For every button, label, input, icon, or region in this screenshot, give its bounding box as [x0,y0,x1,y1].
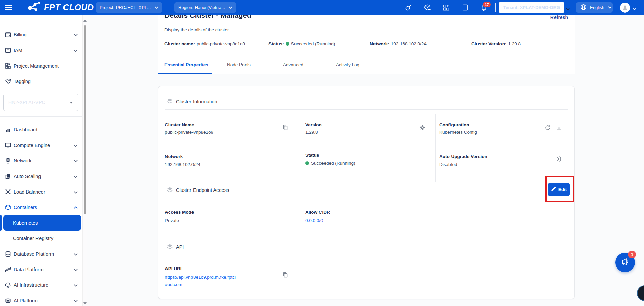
summary-network: Network:192.168.102.0/24 [370,41,427,46]
project-grid-icon [5,62,11,69]
main-content: Details Cluster - Managed Refresh Displa… [87,15,644,306]
field-value-version: 1.29.8 [305,130,318,135]
edit-endpoint-button[interactable]: Edit [548,183,570,196]
chevron-down-icon [155,6,158,9]
bar-chart-icon [5,126,11,133]
field-label-allow-cidr: Allow CIDR [305,210,330,215]
section-title-cluster-information: Cluster Information [176,99,217,104]
sidebar-item-compute-engine[interactable]: Compute Engine [0,137,82,153]
gear-icon[interactable] [419,124,426,131]
column-divider [299,148,299,182]
column-divider [299,114,299,148]
chevron-down-icon [69,99,73,105]
sidebar-item-auto-scaling[interactable]: Auto Scaling [0,169,82,184]
megaphone-icon [620,257,630,268]
notification-count-badge: 17 [483,2,491,7]
scroll-down-arrow[interactable] [83,302,87,305]
sidebar-item-network[interactable]: Network [0,153,82,169]
region-selector-dropdown[interactable]: Region: Hanoi (Vietna... [174,2,236,13]
vpc-selector-dropdown[interactable]: HN2-XPLAT-VPC [3,94,78,111]
wallet-icon [5,31,11,38]
tab-essential-properties[interactable]: Essential Properties [164,62,208,67]
refresh-config-icon[interactable] [544,124,551,131]
language-selector-dropdown[interactable]: English [576,2,613,13]
app-screen: FPT CLOUD Project: PROJECT_XPL... Region… [0,0,644,306]
container-cube-icon [5,204,11,211]
pencil-icon [551,187,556,193]
field-label-access-mode: Access Mode [165,210,194,215]
database-icon [5,251,11,257]
tenant-selector-dropdown[interactable]: Tenant: XPLAT-DEMO-ORG [499,2,564,13]
copy-icon[interactable] [282,272,289,278]
chevron-down-icon [74,251,78,257]
sidebar-item-tagging[interactable]: Tagging [0,74,82,89]
chevron-down-icon[interactable] [633,6,636,12]
field-label-auto-upgrade: Auto Upgrade Version [439,154,487,159]
sidebar-item-containers[interactable]: Containers [0,200,82,215]
status-dot-green [305,161,309,165]
field-label-cluster-name: Cluster Name [165,122,194,127]
refresh-button[interactable]: Refresh [550,15,568,20]
sidebar-item-load-balancer[interactable]: Load Balancer [0,184,82,200]
user-avatar[interactable] [620,3,630,13]
ai-chip-icon [5,297,11,304]
sidebar-scrollbar[interactable] [82,15,87,306]
gear-icon[interactable] [556,156,563,162]
page-header: Details Cluster - Managed Refresh Displa… [158,15,575,74]
chevron-down-icon [74,298,78,304]
field-label-status: Status [305,153,319,158]
sidebar-divider [0,116,82,117]
sidebar-subitem-container-registry[interactable]: Container Registry [3,231,81,246]
section-title-endpoint-access: Cluster Endpoint Access [176,187,229,193]
sidebar-item-ai-infrastructure[interactable]: AI Infrastructure [0,277,82,293]
sidebar-item-data-platform[interactable]: Data Platform [0,262,82,277]
sidebar-item-iam[interactable]: IAM [0,43,82,58]
sidebar-item-project-management[interactable]: Project Management [0,58,82,74]
nodes-network-icon [5,188,11,195]
sidebar-item-billing[interactable]: Billing [0,27,82,43]
field-value-auto-upgrade: Disabled [439,162,457,167]
sidebar-item-dashboard[interactable]: Dashboard [0,122,82,137]
page-subtitle: Display the details of the cluster [164,27,229,32]
chevron-down-icon [74,32,78,38]
chevron-down-icon [74,282,78,288]
documentation-icon[interactable] [461,4,469,11]
tab-node-pools[interactable]: Node Pools [227,62,251,67]
sidebar-item-database-platform[interactable]: Database Platform [0,246,82,262]
section-title-api: API [176,244,184,250]
copy-icon[interactable] [282,124,289,131]
field-value-allow-cidr[interactable]: 0.0.0.0/0 [305,218,323,223]
chevron-down-icon[interactable] [566,6,570,12]
active-tab-underline [158,73,212,75]
tab-activity-log[interactable]: Activity Log [336,62,359,67]
chevron-down-icon [74,189,78,195]
help-support-icon[interactable] [423,4,431,11]
scrollbar-thumb[interactable] [84,25,86,214]
layers-icon [166,98,173,104]
sidebar-item-ai-platform[interactable]: AI Platform [0,293,82,306]
tab-advanced[interactable]: Advanced [283,62,303,67]
section-divider [165,109,568,110]
api-key-icon[interactable] [405,4,412,11]
api-url-link[interactable]: https://api.vnp8e1o9.prd.m.fke.fptcloud.… [165,274,237,288]
globe-network-icon [5,157,11,164]
field-label-network: Network [165,154,183,159]
status-dot-green [286,42,289,46]
download-icon[interactable] [556,124,562,131]
molecule-logo-icon [27,1,41,14]
column-divider [299,203,299,233]
chevron-down-icon [74,173,78,179]
hamburger-menu-icon[interactable] [5,4,14,11]
announcement-count-badge: 1 [628,251,636,258]
chevron-down-icon [74,158,78,164]
identity-card-icon [5,47,11,54]
field-value-status: Succeeded (Running) [305,161,355,166]
column-divider [435,114,436,148]
active-item-indicator [0,215,2,231]
sidebar-subitem-kubernetes[interactable]: Kubernetes [3,215,81,231]
scroll-up-arrow[interactable] [83,19,87,22]
apps-grid-icon[interactable] [442,4,450,11]
section-divider [165,255,568,255]
tag-icon [5,78,11,85]
project-selector-dropdown[interactable]: Project: PROJECT_XPL... [96,2,162,13]
